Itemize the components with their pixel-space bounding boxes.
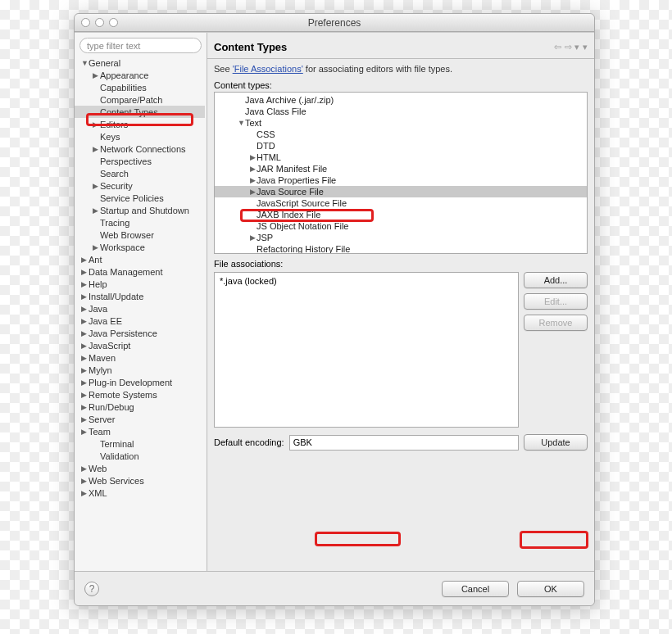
help-icon[interactable]: ?	[84, 582, 99, 596]
window-title: Preferences	[75, 17, 594, 29]
minimize-icon[interactable]	[95, 18, 104, 27]
sidebar-item[interactable]: Tracing	[75, 216, 205, 229]
chevron-right-icon: ▶	[81, 256, 89, 264]
list-item[interactable]: *.java (locked)	[220, 276, 513, 286]
sidebar-item[interactable]: ▶Editors	[75, 118, 205, 130]
close-icon[interactable]	[81, 18, 90, 27]
sidebar-item[interactable]: ▶Remote Systems	[75, 388, 205, 401]
menu-icon[interactable]: ▾	[583, 42, 588, 52]
tree-item[interactable]: ▼Text	[215, 117, 587, 129]
sidebar-item[interactable]: ▶Server	[75, 413, 205, 425]
sidebar-item-label: Tracing	[100, 218, 129, 228]
chevron-right-icon: ▶	[249, 176, 257, 184]
filter-input[interactable]: type filter text	[79, 38, 202, 53]
sidebar-item-label: Server	[89, 414, 115, 424]
ok-button[interactable]: OK	[517, 581, 584, 597]
sidebar-item-label: Keys	[100, 132, 120, 142]
sidebar-item[interactable]: ▶Security	[75, 179, 205, 192]
tree-item[interactable]: ▶Java Source File	[215, 186, 587, 197]
sidebar-item[interactable]: Service Policies	[75, 192, 205, 204]
sidebar-item[interactable]: ▶Plug-in Development	[75, 376, 205, 388]
tree-item[interactable]: DTD	[215, 140, 587, 152]
content-panel: Content Types ⇦ ⇨ ▾ ▾ See 'File Associat…	[207, 33, 594, 571]
sidebar-item[interactable]: ▶Run/Debug	[75, 401, 205, 413]
tree-item[interactable]: ▶HTML	[215, 152, 587, 163]
sidebar-item[interactable]: ▶Network Connections	[75, 143, 205, 155]
add-button[interactable]: Add...	[524, 272, 588, 288]
zoom-icon[interactable]	[109, 18, 118, 27]
sidebar-item-label: Java	[89, 304, 107, 314]
tree-item[interactable]: JavaScript Source File	[215, 197, 587, 209]
sidebar-item[interactable]: ▶JavaScript	[75, 339, 205, 351]
encoding-input[interactable]: GBK	[289, 435, 519, 451]
cancel-button[interactable]: Cancel	[442, 581, 509, 597]
sidebar-item[interactable]: ▶Appearance	[75, 69, 205, 81]
sidebar-item-label: Install/Update	[89, 292, 143, 301]
sidebar-item[interactable]: Keys	[75, 130, 205, 143]
sidebar-item[interactable]: ▶XML	[75, 487, 205, 499]
sidebar: type filter text ▼General▶AppearanceCapa…	[75, 33, 207, 571]
chevron-right-icon: ▶	[81, 342, 89, 350]
sidebar-item[interactable]: ▶Web	[75, 462, 205, 474]
sidebar-item[interactable]: ▼General	[75, 57, 205, 69]
content-types-tree[interactable]: Java Archive (.jar/.zip)Java Class File▼…	[214, 92, 588, 254]
back-icon[interactable]: ⇦	[554, 42, 561, 52]
sidebar-item-label: Remote Systems	[89, 390, 157, 400]
sidebar-item[interactable]: Web Browser	[75, 229, 205, 241]
tree-item[interactable]: Refactoring History File	[215, 243, 587, 254]
chevron-right-icon: ▶	[93, 145, 100, 153]
chevron-right-icon: ▶	[249, 153, 257, 161]
sidebar-item[interactable]: ▶Java	[75, 302, 205, 315]
chevron-right-icon: ▶	[93, 182, 100, 190]
chevron-right-icon: ▶	[81, 317, 89, 325]
sidebar-item[interactable]: Terminal	[75, 437, 205, 450]
sidebar-item-label: Terminal	[100, 439, 134, 449]
sidebar-item-label: Content Types	[100, 107, 158, 117]
tree-item[interactable]: Java Archive (.jar/.zip)	[215, 94, 587, 106]
remove-button[interactable]: Remove	[524, 315, 588, 331]
sidebar-item[interactable]: ▶Maven	[75, 351, 205, 364]
sidebar-item-label: Compare/Patch	[100, 95, 162, 105]
sidebar-item[interactable]: ▶Data Management	[75, 265, 205, 278]
tree-item[interactable]: ▶JSP	[215, 232, 587, 243]
sidebar-item[interactable]: ▶Startup and Shutdown	[75, 204, 205, 216]
tree-item[interactable]: Java Class File	[215, 106, 587, 117]
tree-item[interactable]: ▶Java Properties File	[215, 174, 587, 186]
sidebar-item[interactable]: ▶Install/Update	[75, 290, 205, 302]
tree-item[interactable]: CSS	[215, 129, 587, 140]
sidebar-item-label: Data Management	[89, 267, 163, 277]
tree-item[interactable]: JS Object Notation File	[215, 220, 587, 232]
sidebar-item-label: Network Connections	[100, 144, 186, 154]
chevron-right-icon: ▶	[81, 489, 89, 497]
file-associations-list[interactable]: *.java (locked)	[214, 272, 519, 428]
chevron-right-icon: ▶	[249, 165, 257, 173]
sidebar-item[interactable]: Content Types	[75, 106, 205, 118]
forward-icon[interactable]: ⇨ ▾	[565, 42, 579, 52]
edit-button[interactable]: Edit...	[524, 293, 588, 310]
sidebar-item[interactable]: ▶Team	[75, 425, 205, 437]
sidebar-item[interactable]: ▶Java EE	[75, 315, 205, 327]
preferences-tree[interactable]: ▼General▶AppearanceCapabilitiesCompare/P…	[75, 57, 207, 566]
sidebar-item[interactable]: ▶Web Services	[75, 474, 205, 487]
preferences-window: Preferences type filter text ▼General▶Ap…	[74, 13, 595, 606]
chevron-right-icon: ▶	[81, 403, 89, 411]
sidebar-item[interactable]: Compare/Patch	[75, 93, 205, 106]
sidebar-item[interactable]: Perspectives	[75, 155, 205, 167]
sidebar-item[interactable]: ▶Workspace	[75, 241, 205, 253]
sidebar-item-label: Search	[100, 169, 129, 179]
sidebar-item[interactable]: Search	[75, 167, 205, 179]
sidebar-item[interactable]: Validation	[75, 450, 205, 462]
sidebar-item[interactable]: ▶Java Persistence	[75, 327, 205, 339]
sidebar-item[interactable]: ▶Help	[75, 278, 205, 290]
update-button[interactable]: Update	[524, 434, 588, 451]
sidebar-item[interactable]: Capabilities	[75, 81, 205, 93]
titlebar: Preferences	[75, 14, 594, 32]
tree-item[interactable]: JAXB Index File	[215, 209, 587, 220]
sidebar-item-label: XML	[89, 488, 107, 498]
tree-item[interactable]: ▶JAR Manifest File	[215, 163, 587, 174]
sidebar-item[interactable]: ▶Ant	[75, 253, 205, 265]
sidebar-item-label: Team	[89, 427, 111, 437]
chevron-right-icon: ▶	[93, 120, 100, 129]
sidebar-item[interactable]: ▶Mylyn	[75, 364, 205, 376]
file-associations-link[interactable]: 'File Associations'	[233, 64, 303, 74]
